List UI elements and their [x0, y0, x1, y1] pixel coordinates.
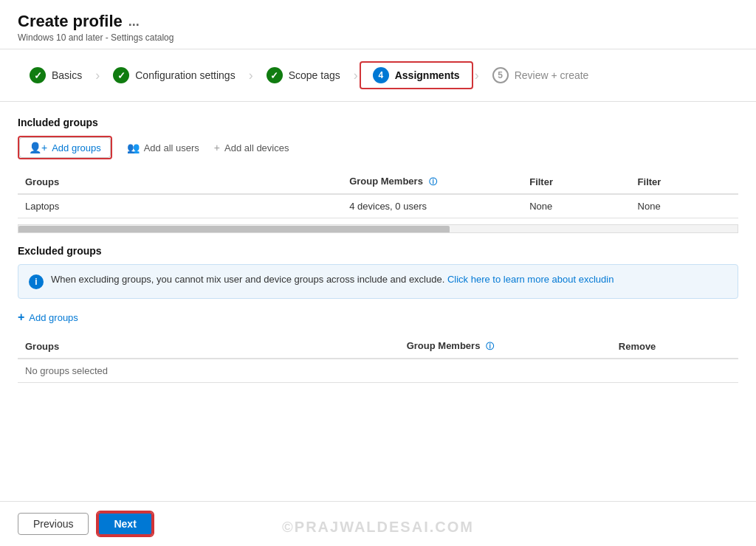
add-groups-outline: 👤+ Add groups [18, 136, 112, 159]
step-separator-1: › [95, 68, 100, 83]
add-all-devices-button[interactable]: + Add all devices [214, 142, 289, 153]
add-groups-button-label: Add groups [52, 142, 101, 153]
excluded-empty-message: No groups selected [18, 359, 738, 383]
excluded-groups-table: Groups Group Members ⓘ Remove [18, 334, 738, 383]
info-icon-members: ⓘ [429, 177, 437, 186]
excluded-add-groups-label: Add groups [29, 312, 78, 323]
step-basics-label: Basics [52, 69, 82, 81]
step-scope[interactable]: ✓ Scope tags [255, 63, 352, 88]
excluded-add-groups-button[interactable]: + Add groups [18, 311, 78, 324]
excol-header-remove: Remove [611, 334, 738, 359]
col-header-groups: Groups [18, 170, 342, 194]
step-separator-3: › [354, 68, 358, 83]
col-header-filter: Filter [522, 170, 630, 194]
step-separator-4: › [475, 68, 479, 83]
horizontal-scrollbar[interactable] [18, 224, 738, 233]
step-assignments[interactable]: 4 Assignments [360, 61, 473, 89]
included-groups-action-row: 👤+ Add groups 👥 Add all users + Add all … [18, 136, 738, 159]
add-all-users-label: Add all users [144, 142, 199, 153]
header: Create profile ... Windows 10 and later … [0, 0, 756, 49]
add-all-devices-icon: + [214, 142, 220, 153]
included-groups-table: Groups Group Members ⓘ Filter Filter [18, 170, 738, 218]
add-all-devices-label: Add all devices [224, 142, 289, 153]
step-configuration-label: Configuration settings [135, 69, 235, 81]
step-scope-check-icon: ✓ [267, 67, 283, 83]
previous-button[interactable]: Previous [18, 513, 89, 535]
excluded-groups-table-container: Groups Group Members ⓘ Remove [18, 334, 738, 383]
next-button-outline: Next [96, 511, 154, 537]
cell-filter: None [522, 194, 630, 218]
step-assignments-label: Assignments [395, 69, 460, 81]
col-header-filter2: Filter [630, 170, 738, 194]
step-basics[interactable]: ✓ Basics [18, 63, 94, 88]
step-configuration[interactable]: ✓ Configuration settings [101, 63, 247, 88]
included-groups-table-container: Groups Group Members ⓘ Filter Filter [18, 170, 738, 218]
cell-members: 4 devices, 0 users [342, 194, 522, 218]
step-review-label: Review + create [515, 69, 589, 81]
excluded-add-groups-plus-icon: + [18, 311, 24, 324]
included-groups-label: Included groups [18, 117, 738, 128]
next-button[interactable]: Next [97, 512, 152, 536]
scrollbar-thumb [18, 226, 450, 233]
excol-header-groups: Groups [18, 334, 399, 359]
step-separator-2: › [249, 68, 253, 83]
title-text: Create profile [18, 12, 123, 31]
step-scope-label: Scope tags [289, 69, 340, 81]
footer: Previous Next [0, 501, 756, 546]
cell-group-name: Laptops [18, 194, 342, 218]
step-review[interactable]: 5 Review + create [481, 63, 601, 88]
step-basics-check-icon: ✓ [30, 67, 46, 83]
page-subtitle: Windows 10 and later - Settings catalog [18, 32, 738, 43]
wizard-steps: ✓ Basics › ✓ Configuration settings › ✓ … [0, 49, 756, 102]
col-header-members: Group Members ⓘ [342, 170, 522, 194]
step-review-number-icon: 5 [492, 67, 509, 83]
excol-header-members: Group Members ⓘ [399, 334, 611, 359]
page-container: Create profile ... Windows 10 and later … [0, 0, 756, 546]
table-row: Laptops 4 devices, 0 users None None [18, 194, 738, 218]
page-title: Create profile ... [18, 12, 738, 31]
info-message: When excluding groups, you cannot mix us… [51, 274, 614, 285]
more-options-icon[interactable]: ... [128, 14, 140, 30]
main-content: Included groups 👤+ Add groups 👥 Add all … [0, 102, 756, 501]
add-groups-person-icon: 👤+ [29, 142, 47, 153]
info-icon-excl-members: ⓘ [486, 342, 494, 350]
step-assignments-number-icon: 4 [373, 67, 389, 83]
add-all-users-button[interactable]: 👥 Add all users [127, 142, 199, 153]
excluded-groups-info-box: i When excluding groups, you cannot mix … [18, 264, 738, 299]
add-all-users-icon: 👥 [127, 142, 140, 153]
add-groups-button[interactable]: 👤+ Add groups [19, 137, 111, 158]
excluded-groups-label: Excluded groups [18, 245, 738, 257]
info-icon: i [29, 274, 44, 289]
cell-filter2: None [630, 194, 738, 218]
info-learn-more-link[interactable]: Click here to learn more about excludin [447, 274, 614, 285]
step-configuration-check-icon: ✓ [113, 67, 129, 83]
excluded-empty-row: No groups selected [18, 359, 738, 383]
